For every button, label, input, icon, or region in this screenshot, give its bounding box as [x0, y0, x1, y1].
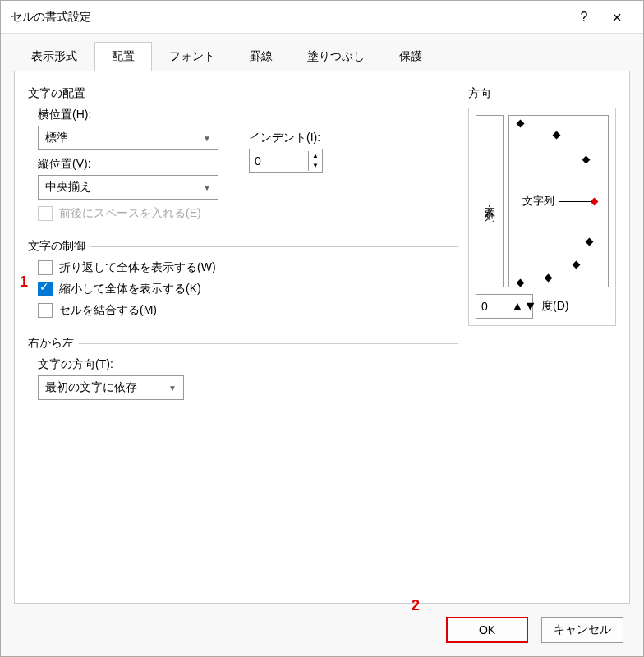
vertical-select[interactable]: 中央揃え ▼: [38, 175, 218, 200]
close-icon[interactable]: ×: [600, 9, 633, 25]
merge-cells-label: セルを結合する(M): [59, 303, 157, 318]
merge-cells-checkbox[interactable]: [38, 303, 53, 318]
justify-distributed-row: 前後にスペースを入れる(E): [38, 206, 458, 221]
justify-distributed-checkbox: [38, 206, 53, 221]
text-direction-label: 文字の方向(T):: [38, 357, 458, 372]
tab-fill[interactable]: 塗りつぶし: [290, 42, 382, 71]
degree-row: ▲▼ 度(D): [476, 294, 609, 319]
wrap-text-label: 折り返して全体を表示する(W): [59, 260, 216, 275]
text-direction-value: 最初の文字に依存: [45, 380, 137, 395]
orientation-box: 文字列 文字列: [468, 108, 616, 326]
text-direction-select[interactable]: 最初の文字に依存 ▼: [38, 375, 184, 400]
indent-group: インデント(I): ▲▼: [249, 127, 323, 173]
spinner-up-icon[interactable]: ▲: [309, 151, 322, 161]
vertical-label: 縦位置(V):: [38, 157, 458, 172]
chevron-down-icon: ▼: [168, 384, 177, 393]
dialog-footer: 2 OK キャンセル: [1, 604, 643, 656]
group-label-alignment: 文字の配置: [28, 86, 85, 101]
horizontal-value: 標準: [45, 131, 68, 145]
group-label-control: 文字の制御: [28, 239, 85, 254]
vertical-text-button[interactable]: 文字列: [476, 115, 504, 287]
shrink-to-fit-label: 縮小して全体を表示する(K): [59, 282, 201, 296]
tab-border[interactable]: 罫線: [232, 42, 290, 71]
spinner-up-icon[interactable]: ▲: [511, 299, 524, 313]
wrap-text-checkbox[interactable]: [38, 260, 53, 275]
degree-input[interactable]: [476, 300, 511, 313]
orientation-wheel[interactable]: 文字列: [508, 115, 609, 287]
ok-button[interactable]: OK: [446, 617, 528, 643]
chevron-down-icon: ▼: [203, 183, 211, 192]
tab-alignment[interactable]: 配置: [94, 42, 152, 71]
degree-label: 度(D): [541, 299, 568, 314]
text-control-group: 文字の制御 折り返して全体を表示する(W) 1 縮小して全体を表示する(K) セ…: [28, 239, 458, 324]
tab-strip: 表示形式 配置 フォント 罫線 塗りつぶし 保護: [1, 34, 643, 71]
format-cells-dialog: セルの書式設定 ? × 表示形式 配置 フォント 罫線 塗りつぶし 保護 文字の…: [0, 0, 644, 657]
annotation-1: 1: [20, 273, 28, 291]
left-column: 文字の配置 横位置(H): 標準 ▼ 縦位置(V): 中央揃え ▼ 前後にスペー…: [28, 86, 458, 588]
tab-number[interactable]: 表示形式: [14, 42, 94, 71]
wheel-text-label: 文字列: [522, 194, 554, 209]
shrink-to-fit-row[interactable]: 1 縮小して全体を表示する(K): [38, 282, 458, 296]
group-label-direction: 方向: [468, 86, 491, 101]
vertical-value: 中央揃え: [45, 180, 91, 195]
spinner-down-icon[interactable]: ▼: [309, 161, 322, 171]
help-icon[interactable]: ?: [568, 10, 600, 25]
shrink-to-fit-checkbox[interactable]: [38, 282, 53, 296]
tab-protection[interactable]: 保護: [382, 42, 439, 71]
dialog-title: セルの書式設定: [11, 10, 568, 25]
group-label-rtl: 右から左: [28, 336, 74, 351]
cancel-button[interactable]: キャンセル: [541, 617, 623, 643]
horizontal-label: 横位置(H):: [38, 108, 458, 122]
indent-spinner[interactable]: ▲▼: [249, 149, 323, 173]
chevron-down-icon: ▼: [203, 134, 211, 143]
degree-spinner[interactable]: ▲▼: [476, 294, 533, 319]
indent-label: インデント(I):: [249, 131, 323, 145]
tab-content: 文字の配置 横位置(H): 標準 ▼ 縦位置(V): 中央揃え ▼ 前後にスペー…: [14, 71, 630, 604]
titlebar: セルの書式設定 ? ×: [1, 1, 643, 34]
text-alignment-group: 文字の配置 横位置(H): 標準 ▼ 縦位置(V): 中央揃え ▼ 前後にスペー…: [28, 86, 458, 227]
justify-distributed-label: 前後にスペースを入れる(E): [59, 206, 201, 221]
orientation-panel: 方向 文字列 文字列: [468, 86, 616, 588]
tab-font[interactable]: フォント: [152, 42, 232, 71]
rtl-group: 右から左 文字の方向(T): 最初の文字に依存 ▼: [28, 336, 458, 407]
merge-cells-row[interactable]: セルを結合する(M): [38, 303, 458, 318]
horizontal-select[interactable]: 標準 ▼: [38, 126, 218, 150]
wrap-text-row[interactable]: 折り返して全体を表示する(W): [38, 260, 458, 275]
indent-input[interactable]: [250, 154, 299, 168]
spinner-down-icon[interactable]: ▼: [524, 299, 537, 313]
